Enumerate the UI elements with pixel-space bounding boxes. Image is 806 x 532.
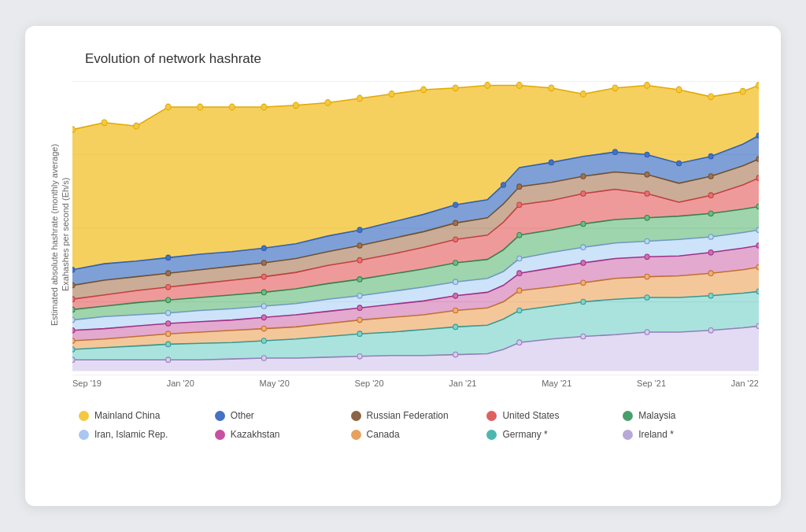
svg-point-28 (485, 83, 490, 89)
svg-point-106 (581, 280, 586, 286)
svg-point-59 (756, 157, 759, 162)
svg-point-39 (166, 255, 171, 260)
legend-dot-1 (215, 411, 225, 421)
legend-label-8: Germany * (502, 429, 547, 440)
svg-point-38 (72, 268, 75, 273)
legend-label-9: Ireland * (638, 429, 674, 440)
svg-point-78 (708, 211, 713, 216)
svg-point-52 (261, 260, 266, 266)
legend-label-4: Malaysia (638, 410, 675, 421)
x-label-8: Jan '22 (731, 379, 759, 388)
svg-point-97 (645, 254, 649, 260)
legend-item-9: Ireland * (623, 429, 759, 440)
svg-point-36 (740, 88, 745, 94)
svg-point-58 (708, 174, 713, 179)
svg-point-15 (72, 127, 76, 133)
svg-point-127 (645, 330, 649, 335)
svg-point-23 (325, 100, 331, 106)
svg-point-63 (357, 257, 362, 263)
svg-point-116 (581, 299, 586, 305)
chart-svg: 200 150 100 50 0 (72, 81, 759, 375)
svg-point-92 (261, 315, 266, 320)
svg-point-82 (261, 304, 266, 309)
svg-point-93 (357, 305, 362, 311)
svg-point-55 (517, 184, 522, 190)
svg-point-113 (357, 331, 362, 337)
chart-inner: 200 150 100 50 0 Sep '19 Jan '20 May '20… (72, 81, 759, 388)
svg-point-46 (645, 152, 649, 157)
svg-point-24 (357, 95, 362, 102)
svg-point-50 (72, 283, 75, 288)
legend-dot-0 (79, 411, 89, 421)
svg-point-26 (421, 87, 427, 93)
svg-point-48 (708, 153, 713, 159)
x-label-3: May '20 (260, 379, 290, 388)
chart-area: Estimated absolute hashrate (monthly ave… (47, 81, 759, 388)
svg-point-40 (261, 246, 266, 251)
svg-container: 200 150 100 50 0 (72, 81, 759, 375)
svg-point-60 (72, 297, 75, 302)
svg-point-27 (453, 85, 458, 91)
svg-point-118 (708, 294, 713, 299)
svg-point-51 (166, 271, 171, 276)
svg-point-119 (756, 289, 759, 294)
svg-point-19 (198, 104, 203, 110)
x-axis-labels: Sep '19 Jan '20 May '20 Sep '20 Jan '21 … (72, 375, 759, 388)
svg-point-67 (645, 191, 649, 197)
legend-label-2: Russian Federation (367, 410, 449, 421)
legend-dot-9 (623, 430, 633, 440)
svg-point-94 (453, 294, 458, 299)
svg-point-17 (134, 123, 139, 129)
svg-point-122 (261, 356, 266, 361)
svg-point-75 (517, 233, 522, 238)
svg-point-64 (453, 237, 458, 242)
legend-item-1: Other (215, 410, 351, 421)
svg-point-45 (612, 150, 617, 155)
x-label-5: Jan '21 (449, 379, 476, 388)
svg-point-77 (645, 216, 649, 221)
legend-item-6: Kazakhstan (215, 429, 351, 440)
legend-label-0: Mainland China (94, 410, 160, 421)
svg-point-88 (708, 235, 713, 240)
svg-point-18 (165, 104, 171, 110)
svg-point-76 (581, 221, 586, 227)
svg-point-101 (166, 331, 171, 337)
legend-item-0: Mainland China (79, 410, 215, 421)
svg-point-105 (517, 288, 522, 294)
svg-point-99 (756, 243, 759, 249)
svg-point-35 (708, 94, 714, 100)
svg-point-120 (72, 357, 75, 363)
svg-point-81 (166, 311, 171, 316)
svg-point-44 (549, 160, 553, 165)
svg-point-79 (756, 204, 759, 209)
svg-point-128 (708, 328, 713, 334)
svg-point-49 (756, 133, 759, 139)
svg-point-87 (645, 238, 649, 244)
chart-title: Evolution of network hashrate (85, 51, 759, 67)
svg-point-123 (357, 354, 362, 360)
svg-point-71 (166, 297, 171, 303)
legend-label-7: Canada (367, 429, 400, 440)
legend-dot-8 (486, 430, 497, 440)
svg-point-33 (644, 83, 649, 89)
svg-point-111 (166, 342, 171, 347)
legend-label-6: Kazakhstan (231, 429, 280, 440)
svg-point-83 (357, 294, 362, 299)
svg-point-84 (453, 279, 458, 285)
legend-dot-6 (215, 430, 225, 440)
svg-point-73 (357, 277, 362, 283)
legend-label-1: Other (231, 410, 254, 421)
x-label-6: May '21 (542, 379, 571, 388)
svg-point-29 (516, 83, 522, 89)
svg-point-16 (102, 120, 107, 126)
x-label-1: Sep '19 (72, 379, 102, 388)
svg-point-129 (756, 323, 759, 329)
svg-point-72 (261, 290, 266, 295)
svg-point-126 (581, 334, 586, 339)
svg-point-32 (612, 85, 618, 91)
svg-point-20 (229, 104, 235, 110)
svg-point-100 (72, 338, 75, 344)
svg-point-124 (453, 352, 458, 357)
svg-point-85 (517, 256, 522, 261)
svg-point-89 (756, 227, 759, 233)
